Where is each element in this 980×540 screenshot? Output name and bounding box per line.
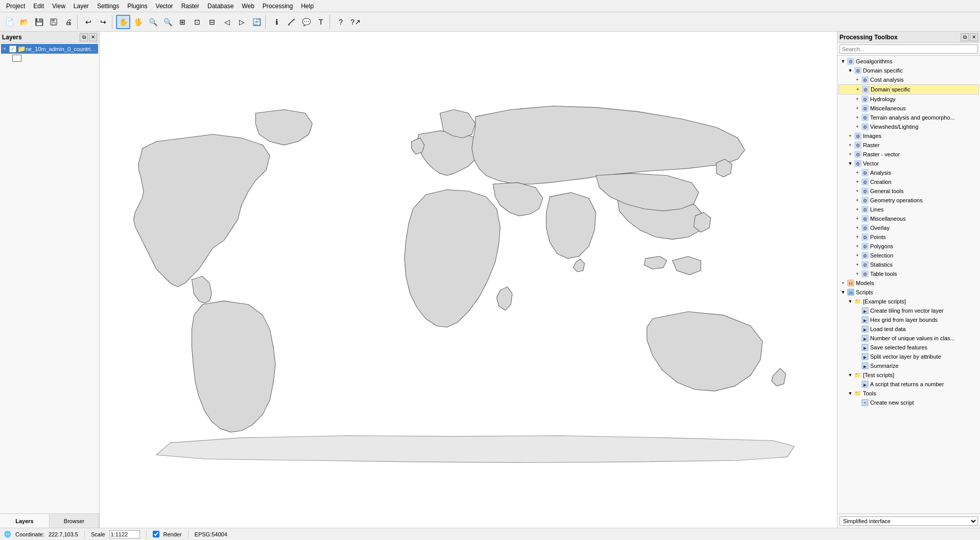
cost-analysis-toggle[interactable]: + [854,76,861,83]
tab-layers[interactable]: Layers [0,514,50,528]
geoalgorithms-row[interactable]: ▼ ⚙ Geoalgorithms [838,57,979,66]
selection-toggle[interactable]: + [854,252,861,259]
menu-database[interactable]: Database [203,2,238,11]
raster-row[interactable]: + ⚙ Raster [838,140,979,150]
menu-settings[interactable]: Settings [93,2,123,11]
hydrology-toggle[interactable]: + [854,96,861,103]
menu-help[interactable]: Help [297,2,318,11]
table-tools-toggle[interactable]: + [854,270,861,277]
menu-vector[interactable]: Vector [152,2,177,11]
measure-button[interactable] [284,15,298,29]
summarize-row[interactable]: ▶ Summarize [838,361,979,370]
refresh-button[interactable]: 🔄 [249,15,264,29]
whats-this-button[interactable]: ?↗ [348,15,363,29]
geometry-operations-row[interactable]: + ⚙ Geometry operations [838,196,979,205]
new-button[interactable]: 📄 [2,15,16,29]
a-script-row[interactable]: ▶ A script that returns a number [838,380,979,389]
cost-analysis-row[interactable]: + ⚙ Cost analysis [838,75,979,84]
zoom-last-button[interactable]: ◁ [220,15,234,29]
create-tiling-row[interactable]: ▶ Create tiling from vector layer [838,306,979,315]
domain-specific-inner-toggle[interactable]: + [854,86,861,93]
miscellaneous-geo-toggle[interactable]: + [854,105,861,112]
simplified-interface-select[interactable]: Simplified interface [839,516,978,526]
polygons-row[interactable]: + ⚙ Polygons [838,242,979,251]
analysis-toggle[interactable]: + [854,169,861,176]
analysis-row[interactable]: + ⚙ Analysis [838,168,979,177]
panel-close-button[interactable]: ✕ [89,33,97,41]
menu-plugins[interactable]: Plugins [123,2,151,11]
search-input[interactable] [839,44,978,54]
raster-toggle[interactable]: + [847,142,854,149]
hex-grid-row[interactable]: ▶ Hex grid from layer bounds [838,315,979,324]
menu-edit[interactable]: Edit [29,2,48,11]
processing-close-button[interactable]: ✕ [970,33,978,41]
map-area[interactable] [100,32,837,528]
terrain-row[interactable]: + ⚙ Terrain analysis and geomorpho... [838,113,979,122]
save-selected-row[interactable]: ▶ Save selected features [838,343,979,352]
menu-project[interactable]: Project [2,2,29,11]
zoom-in-button[interactable]: 🔍 [146,15,160,29]
create-new-script-row[interactable]: + Create new script [838,398,979,407]
domain-specific-toggle[interactable]: ▼ [847,67,854,74]
overlay-row[interactable]: + ⚙ Overlay [838,223,979,232]
miscellaneous-geo-row[interactable]: + ⚙ Miscellaneous [838,104,979,113]
lines-row[interactable]: + ⚙ Lines [838,205,979,214]
save-button[interactable]: 💾 [32,15,46,29]
lines-toggle[interactable]: + [854,206,861,213]
polygons-toggle[interactable]: + [854,243,861,250]
menu-layer[interactable]: Layer [69,2,93,11]
models-toggle[interactable]: + [839,279,847,287]
example-scripts-row[interactable]: ▼ 📁 [Example scripts] [838,297,979,306]
example-scripts-toggle[interactable]: ▼ [847,298,854,305]
domain-specific-tooltip-row[interactable]: + ⚙ Domain specific [838,84,979,95]
raster-vector-toggle[interactable]: + [847,151,854,158]
save-as-button[interactable] [46,15,61,29]
viewsheds-toggle[interactable]: + [854,123,861,130]
undo-button[interactable]: ↩ [81,15,96,29]
terrain-toggle[interactable]: + [854,114,861,121]
tools-row[interactable]: ▼ 📁 Tools [838,389,979,398]
tools-toggle[interactable]: ▼ [847,390,854,397]
raster-vector-row[interactable]: + ⚙ Raster - vector [838,150,979,159]
help-button[interactable]: ? [334,15,348,29]
hydrology-row[interactable]: + ⚙ Hydrology [838,95,979,104]
selection-row[interactable]: + ⚙ Selection [838,251,979,260]
menu-raster[interactable]: Raster [177,2,203,11]
render-checkbox[interactable] [153,531,159,537]
points-row[interactable]: + ⚙ Points [838,232,979,242]
zoom-full-button[interactable]: ⊞ [175,15,190,29]
viewsheds-row[interactable]: + ⚙ Viewsheds/Lighting [838,122,979,131]
pan-map-button[interactable]: 🖐 [131,15,145,29]
menu-processing[interactable]: Processing [259,2,297,11]
general-tools-row[interactable]: + ⚙ General tools [838,186,979,196]
vector-row[interactable]: ▼ ⚙ Vector [838,159,979,168]
menu-web[interactable]: Web [238,2,258,11]
domain-specific-row[interactable]: ▼ ⚙ Domain specific [838,66,979,75]
points-toggle[interactable]: + [854,233,861,241]
layer-checkbox[interactable]: ✓ [9,45,16,53]
text-annotation-button[interactable]: T [314,15,328,29]
images-row[interactable]: + ⚙ Images [838,131,979,140]
pan-button[interactable]: ✋ [116,15,130,29]
zoom-selection-button[interactable]: ⊟ [205,15,219,29]
panel-float-button[interactable]: ⧉ [80,33,88,41]
load-test-data-row[interactable]: ▶ Load test data [838,324,979,334]
images-toggle[interactable]: + [847,132,854,139]
miscellaneous-vector-row[interactable]: + ⚙ Miscellaneous [838,214,979,223]
split-vector-row[interactable]: ▶ Split vector layer by attribute [838,352,979,361]
test-scripts-row[interactable]: ▼ 📁 [Test scripts] [838,370,979,380]
statistics-toggle[interactable]: + [854,261,861,268]
scale-input[interactable] [109,530,140,538]
zoom-out-button[interactable]: 🔍 [160,15,175,29]
models-row[interactable]: + M Models [838,278,979,288]
table-tools-row[interactable]: + ⚙ Table tools [838,269,979,278]
redo-button[interactable]: ↪ [96,15,110,29]
vector-toggle[interactable]: ▼ [847,160,854,167]
layer-item[interactable]: ▼ ✓ 📁 ne_10m_admin_0_countric... [1,44,98,54]
identify-button[interactable]: ℹ [269,15,284,29]
creation-toggle[interactable]: + [854,178,861,185]
tab-browser[interactable]: Browser [50,514,99,528]
geoalgorithms-toggle[interactable]: ▼ [839,58,847,65]
zoom-next-button[interactable]: ▷ [235,15,249,29]
menu-view[interactable]: View [48,2,69,11]
